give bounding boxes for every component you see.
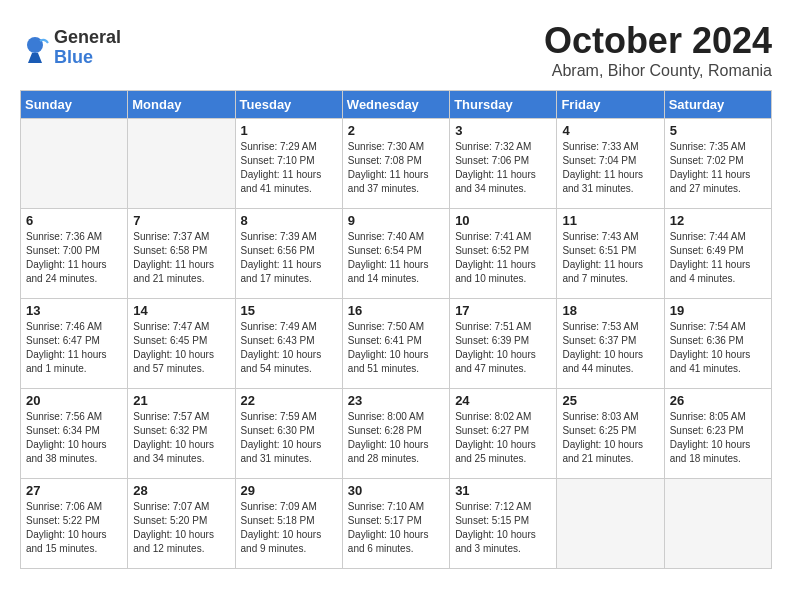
calendar-week-row: 1Sunrise: 7:29 AMSunset: 7:10 PMDaylight…	[21, 119, 772, 209]
day-number: 9	[348, 213, 444, 228]
daylight-text: Daylight: 10 hours and 15 minutes.	[26, 529, 107, 554]
sunrise-text: Sunrise: 7:36 AM	[26, 231, 102, 242]
table-row: 9Sunrise: 7:40 AMSunset: 6:54 PMDaylight…	[342, 209, 449, 299]
sunrise-text: Sunrise: 7:53 AM	[562, 321, 638, 332]
day-info: Sunrise: 7:59 AMSunset: 6:30 PMDaylight:…	[241, 410, 337, 466]
day-number: 19	[670, 303, 766, 318]
table-row: 23Sunrise: 8:00 AMSunset: 6:28 PMDayligh…	[342, 389, 449, 479]
table-row: 31Sunrise: 7:12 AMSunset: 5:15 PMDayligh…	[450, 479, 557, 569]
daylight-text: Daylight: 10 hours and 34 minutes.	[133, 439, 214, 464]
sunset-text: Sunset: 6:47 PM	[26, 335, 100, 346]
daylight-text: Daylight: 10 hours and 31 minutes.	[241, 439, 322, 464]
day-info: Sunrise: 7:56 AMSunset: 6:34 PMDaylight:…	[26, 410, 122, 466]
header-monday: Monday	[128, 91, 235, 119]
day-number: 7	[133, 213, 229, 228]
calendar-week-row: 27Sunrise: 7:06 AMSunset: 5:22 PMDayligh…	[21, 479, 772, 569]
day-number: 12	[670, 213, 766, 228]
day-info: Sunrise: 7:29 AMSunset: 7:10 PMDaylight:…	[241, 140, 337, 196]
day-number: 30	[348, 483, 444, 498]
daylight-text: Daylight: 11 hours and 14 minutes.	[348, 259, 429, 284]
day-number: 13	[26, 303, 122, 318]
sunset-text: Sunset: 6:39 PM	[455, 335, 529, 346]
table-row: 7Sunrise: 7:37 AMSunset: 6:58 PMDaylight…	[128, 209, 235, 299]
sunset-text: Sunset: 6:49 PM	[670, 245, 744, 256]
sunset-text: Sunset: 6:37 PM	[562, 335, 636, 346]
sunrise-text: Sunrise: 7:56 AM	[26, 411, 102, 422]
header-friday: Friday	[557, 91, 664, 119]
daylight-text: Daylight: 11 hours and 21 minutes.	[133, 259, 214, 284]
sunrise-text: Sunrise: 7:54 AM	[670, 321, 746, 332]
sunset-text: Sunset: 6:23 PM	[670, 425, 744, 436]
daylight-text: Daylight: 10 hours and 12 minutes.	[133, 529, 214, 554]
day-info: Sunrise: 7:53 AMSunset: 6:37 PMDaylight:…	[562, 320, 658, 376]
day-info: Sunrise: 7:10 AMSunset: 5:17 PMDaylight:…	[348, 500, 444, 556]
svg-point-0	[27, 37, 43, 53]
day-number: 15	[241, 303, 337, 318]
day-number: 11	[562, 213, 658, 228]
table-row: 16Sunrise: 7:50 AMSunset: 6:41 PMDayligh…	[342, 299, 449, 389]
header-tuesday: Tuesday	[235, 91, 342, 119]
day-info: Sunrise: 7:33 AMSunset: 7:04 PMDaylight:…	[562, 140, 658, 196]
daylight-text: Daylight: 10 hours and 54 minutes.	[241, 349, 322, 374]
day-info: Sunrise: 8:03 AMSunset: 6:25 PMDaylight:…	[562, 410, 658, 466]
day-info: Sunrise: 7:39 AMSunset: 6:56 PMDaylight:…	[241, 230, 337, 286]
table-row	[21, 119, 128, 209]
table-row: 15Sunrise: 7:49 AMSunset: 6:43 PMDayligh…	[235, 299, 342, 389]
sunset-text: Sunset: 6:28 PM	[348, 425, 422, 436]
logo-general-text: General	[54, 28, 121, 48]
day-number: 28	[133, 483, 229, 498]
sunrise-text: Sunrise: 7:57 AM	[133, 411, 209, 422]
table-row: 28Sunrise: 7:07 AMSunset: 5:20 PMDayligh…	[128, 479, 235, 569]
sunrise-text: Sunrise: 7:47 AM	[133, 321, 209, 332]
calendar-table: Sunday Monday Tuesday Wednesday Thursday…	[20, 90, 772, 569]
sunset-text: Sunset: 6:36 PM	[670, 335, 744, 346]
sunrise-text: Sunrise: 7:50 AM	[348, 321, 424, 332]
daylight-text: Daylight: 11 hours and 17 minutes.	[241, 259, 322, 284]
day-info: Sunrise: 7:36 AMSunset: 7:00 PMDaylight:…	[26, 230, 122, 286]
table-row: 2Sunrise: 7:30 AMSunset: 7:08 PMDaylight…	[342, 119, 449, 209]
day-number: 18	[562, 303, 658, 318]
logo: General Blue	[20, 28, 121, 68]
daylight-text: Daylight: 10 hours and 21 minutes.	[562, 439, 643, 464]
table-row: 8Sunrise: 7:39 AMSunset: 6:56 PMDaylight…	[235, 209, 342, 299]
day-info: Sunrise: 7:07 AMSunset: 5:20 PMDaylight:…	[133, 500, 229, 556]
sunset-text: Sunset: 6:45 PM	[133, 335, 207, 346]
table-row: 20Sunrise: 7:56 AMSunset: 6:34 PMDayligh…	[21, 389, 128, 479]
table-row: 30Sunrise: 7:10 AMSunset: 5:17 PMDayligh…	[342, 479, 449, 569]
sunrise-text: Sunrise: 8:03 AM	[562, 411, 638, 422]
logo-text: General Blue	[54, 28, 121, 68]
sunrise-text: Sunrise: 8:05 AM	[670, 411, 746, 422]
table-row: 27Sunrise: 7:06 AMSunset: 5:22 PMDayligh…	[21, 479, 128, 569]
table-row: 19Sunrise: 7:54 AMSunset: 6:36 PMDayligh…	[664, 299, 771, 389]
table-row: 10Sunrise: 7:41 AMSunset: 6:52 PMDayligh…	[450, 209, 557, 299]
sunrise-text: Sunrise: 7:07 AM	[133, 501, 209, 512]
day-number: 21	[133, 393, 229, 408]
header-thursday: Thursday	[450, 91, 557, 119]
table-row: 25Sunrise: 8:03 AMSunset: 6:25 PMDayligh…	[557, 389, 664, 479]
day-number: 16	[348, 303, 444, 318]
title-section: October 2024 Abram, Bihor County, Romani…	[544, 20, 772, 80]
sunset-text: Sunset: 5:17 PM	[348, 515, 422, 526]
sunset-text: Sunset: 7:04 PM	[562, 155, 636, 166]
sunrise-text: Sunrise: 7:44 AM	[670, 231, 746, 242]
daylight-text: Daylight: 10 hours and 38 minutes.	[26, 439, 107, 464]
day-number: 24	[455, 393, 551, 408]
sunrise-text: Sunrise: 7:41 AM	[455, 231, 531, 242]
logo-blue-text: Blue	[54, 48, 121, 68]
day-info: Sunrise: 7:41 AMSunset: 6:52 PMDaylight:…	[455, 230, 551, 286]
sunset-text: Sunset: 5:15 PM	[455, 515, 529, 526]
table-row: 14Sunrise: 7:47 AMSunset: 6:45 PMDayligh…	[128, 299, 235, 389]
day-info: Sunrise: 7:54 AMSunset: 6:36 PMDaylight:…	[670, 320, 766, 376]
table-row: 1Sunrise: 7:29 AMSunset: 7:10 PMDaylight…	[235, 119, 342, 209]
sunrise-text: Sunrise: 7:32 AM	[455, 141, 531, 152]
sunset-text: Sunset: 7:00 PM	[26, 245, 100, 256]
daylight-text: Daylight: 10 hours and 18 minutes.	[670, 439, 751, 464]
sunrise-text: Sunrise: 7:35 AM	[670, 141, 746, 152]
sunset-text: Sunset: 6:51 PM	[562, 245, 636, 256]
daylight-text: Daylight: 10 hours and 44 minutes.	[562, 349, 643, 374]
table-row: 18Sunrise: 7:53 AMSunset: 6:37 PMDayligh…	[557, 299, 664, 389]
sunset-text: Sunset: 6:32 PM	[133, 425, 207, 436]
month-title: October 2024	[544, 20, 772, 62]
day-number: 10	[455, 213, 551, 228]
table-row: 29Sunrise: 7:09 AMSunset: 5:18 PMDayligh…	[235, 479, 342, 569]
